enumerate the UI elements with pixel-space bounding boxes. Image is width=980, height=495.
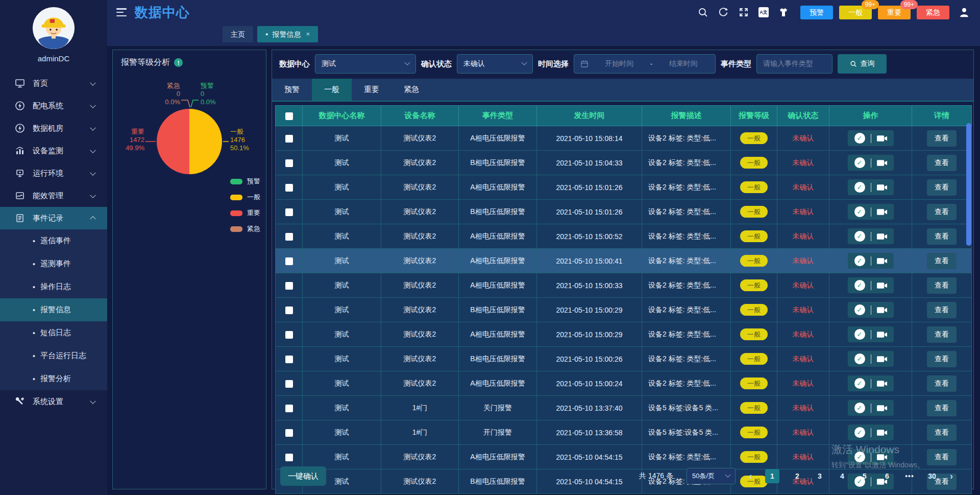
row-checkbox[interactable] [285,405,293,412]
sidebar-subitem[interactable]: • 遥测事件 [0,252,107,275]
legend-item[interactable]: 紧急 [230,224,260,233]
window-tab[interactable]: ● 报警信息 × [257,26,318,42]
row-checkbox[interactable] [285,454,293,461]
row-actions[interactable]: ✓ [848,326,894,342]
camera-icon[interactable] [877,282,887,289]
sidebar-item[interactable]: 数据机房 [0,117,107,139]
row-checkbox[interactable] [285,135,293,143]
sidebar-subitem[interactable]: • 平台运行日志 [0,344,107,367]
view-button[interactable]: 查看 [927,351,957,367]
camera-icon[interactable] [877,331,887,338]
alarm-level-badge[interactable]: 预警 [800,6,833,19]
page-size-select[interactable]: 50条/页 [687,468,736,484]
row-actions[interactable]: ✓ [848,253,894,269]
sidebar-subitem[interactable]: • 操作日志 [0,275,107,298]
alarm-level-badge[interactable]: 一般 99+ [839,6,872,19]
status-select[interactable]: 未确认 [457,54,533,74]
row-checkbox[interactable] [285,380,293,388]
camera-icon[interactable] [877,135,887,142]
sidebar-subitem[interactable]: • 遥信事件 [0,229,107,252]
user-icon[interactable] [959,7,970,18]
camera-icon[interactable] [877,405,887,412]
vertical-scrollbar[interactable] [966,123,971,246]
row-actions[interactable]: ✓ [848,449,894,465]
prev-page-button[interactable]: ‹ [749,471,752,482]
row-checkbox[interactable] [285,184,293,192]
confirm-check-icon[interactable]: ✓ [854,427,865,438]
confirm-check-icon[interactable]: ✓ [854,329,865,340]
row-checkbox[interactable] [285,331,293,339]
confirm-check-icon[interactable]: ✓ [854,452,865,462]
level-subtab[interactable]: 重要 [352,79,391,101]
fullscreen-icon[interactable] [738,7,749,18]
level-subtab[interactable]: 紧急 [391,79,431,101]
row-actions[interactable]: ✓ [848,425,894,440]
dc-select[interactable]: 测试 [315,54,416,74]
row-actions[interactable]: ✓ [848,179,894,195]
row-actions[interactable]: ✓ [848,130,894,146]
row-actions[interactable]: ✓ [848,228,894,244]
row-checkbox[interactable] [285,208,293,216]
level-subtab[interactable]: 预警 [272,79,312,101]
page-number[interactable]: 1 [765,469,779,483]
page-number[interactable]: 4 [838,472,847,480]
alarm-level-badge[interactable]: 紧急 [917,6,949,19]
confirm-check-icon[interactable]: ✓ [854,231,865,242]
confirm-check-icon[interactable]: ✓ [854,353,865,364]
view-button[interactable]: 查看 [927,425,957,441]
page-number[interactable]: 2 [793,472,802,480]
page-number[interactable]: 6 [883,472,892,480]
row-checkbox[interactable] [285,233,293,241]
row-actions[interactable]: ✓ [848,400,894,416]
page-number[interactable]: 5 [860,472,869,480]
theme-shirt-icon[interactable] [778,7,789,18]
confirm-check-icon[interactable]: ✓ [854,403,865,413]
next-page-button[interactable]: › [950,471,953,482]
view-button[interactable]: 查看 [927,326,957,343]
view-button[interactable]: 查看 [927,155,957,171]
pie[interactable] [157,109,222,174]
legend-item[interactable]: 预警 [230,177,260,186]
camera-icon[interactable] [877,356,887,363]
camera-icon[interactable] [877,208,887,216]
confirm-check-icon[interactable]: ✓ [854,304,865,315]
select-all-checkbox[interactable] [285,112,293,120]
view-button[interactable]: 查看 [927,400,957,416]
date-range-input[interactable]: 开始时间 - 结束时间 [574,54,716,74]
legend-item[interactable]: 重要 [230,208,260,218]
close-icon[interactable]: × [306,26,310,42]
view-button[interactable]: 查看 [927,253,957,269]
view-button[interactable]: 查看 [927,179,957,196]
confirm-check-icon[interactable]: ✓ [854,182,865,193]
view-button[interactable]: 查看 [927,302,957,318]
sidebar-item[interactable]: 能效管理 [0,184,107,207]
confirm-check-icon[interactable]: ✓ [854,133,865,144]
search-icon[interactable] [697,7,708,18]
sidebar-item[interactable]: 事件记录 [0,207,107,229]
page-number[interactable]: 30 [927,472,937,480]
row-actions[interactable]: ✓ [848,351,894,367]
refresh-icon[interactable] [718,7,729,18]
row-actions[interactable]: ✓ [848,302,894,318]
query-button[interactable]: 查询 [838,54,887,74]
view-button[interactable]: 查看 [927,277,957,294]
row-actions[interactable]: ✓ [848,375,894,391]
translate-icon[interactable]: A文 [758,7,769,17]
camera-icon[interactable] [877,257,887,265]
row-checkbox[interactable] [285,307,293,314]
row-actions[interactable]: ✓ [848,277,894,293]
view-button[interactable]: 查看 [927,130,957,147]
camera-icon[interactable] [877,307,887,314]
camera-icon[interactable] [877,380,887,387]
event-type-input[interactable]: 请输入事件类型 [756,54,832,74]
sidebar-item[interactable]: 配电系统 [0,95,107,117]
row-actions[interactable]: ✓ [848,204,894,220]
window-tab[interactable]: 主页 [223,26,253,42]
confirm-all-button[interactable]: 一键确认 [280,466,326,486]
camera-icon[interactable] [877,429,887,436]
sidebar-item[interactable]: 首页 [0,72,107,95]
sidebar-subitem[interactable]: • 报警分析 [0,367,107,390]
confirm-check-icon[interactable]: ✓ [854,255,865,266]
sidebar-subitem[interactable]: • 报警信息 [0,298,107,321]
row-actions[interactable]: ✓ [848,155,894,171]
